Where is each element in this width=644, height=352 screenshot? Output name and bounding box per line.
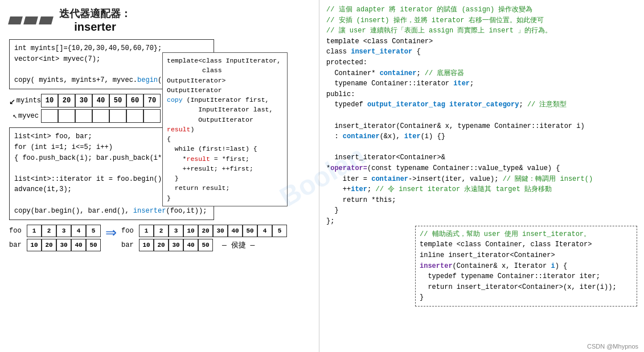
foo-before-1: 2 bbox=[42, 225, 56, 237]
rc-line6: public: bbox=[326, 89, 637, 100]
tp-line5: InputIterator last, bbox=[167, 105, 283, 114]
myvec-label: ↖ myvec bbox=[9, 111, 39, 121]
bottom-label: — 侯捷 — bbox=[222, 240, 255, 250]
foo-before-4: 5 bbox=[86, 225, 101, 237]
tp-line12: return result; bbox=[167, 183, 283, 193]
tp-line9: *result = *first; bbox=[167, 154, 283, 164]
bar-label-before: bar bbox=[9, 241, 25, 249]
bar-before-2: 30 bbox=[56, 239, 71, 251]
hb-line1: template <class Container, class Iterato… bbox=[420, 239, 633, 250]
foo-after-8: 4 bbox=[257, 225, 272, 237]
rc-comment2: // 安插 (insert) 操作，並將 iterator 右移一個位置。如此便… bbox=[326, 15, 637, 26]
rc-line9: insert_iterator(Container& x, typename C… bbox=[326, 121, 637, 132]
title-bar-2 bbox=[23, 16, 38, 24]
tp-line13: } bbox=[167, 193, 283, 203]
foo-after-4: 20 bbox=[198, 225, 213, 237]
right-panel: // 這個 adapter 將 iterator 的賦值 (assign) 操作… bbox=[319, 0, 644, 352]
bar-before-row: bar 10 20 30 40 50 bbox=[9, 239, 101, 251]
myvec-cell-2 bbox=[75, 109, 92, 123]
tp-line1: template<class InputIterator, bbox=[167, 56, 283, 65]
foo-after-row: foo 1 2 3 10 20 30 40 50 4 5 bbox=[121, 225, 287, 237]
foo-after-1: 2 bbox=[154, 225, 169, 237]
title-main: 迭代器適配器： bbox=[59, 7, 131, 20]
rc-line14: iter = container->insert(iter, value); /… bbox=[326, 174, 637, 185]
foo-after-6: 40 bbox=[228, 225, 243, 237]
rc-comment1: // 這個 adapter 將 iterator 的賦值 (assign) 操作… bbox=[326, 5, 637, 15]
rc-line13: *operator=(const typename Container::val… bbox=[326, 163, 637, 174]
tp-line7: { bbox=[167, 134, 283, 144]
myints-label: ↙ myints bbox=[9, 94, 39, 107]
bar-before-0: 10 bbox=[27, 239, 42, 251]
rc-line12: insert_iterator<Container>& bbox=[326, 152, 637, 163]
bar-label-after: bar bbox=[121, 241, 137, 249]
hb-line3: inserter(Container& x, Iterator i) { bbox=[420, 261, 633, 272]
right-code: // 這個 adapter 將 iterator 的賦值 (assign) 操作… bbox=[326, 5, 637, 226]
myvec-cell-4 bbox=[109, 109, 126, 123]
title-area: 迭代器適配器： inserter bbox=[9, 7, 313, 34]
foo-label-after: foo bbox=[121, 227, 137, 235]
tp-line8: while (first!=last) { bbox=[167, 144, 283, 154]
myints-cell-2: 30 bbox=[75, 94, 92, 107]
foo-before-row: foo 1 2 3 4 5 bbox=[9, 225, 101, 237]
rc-line3: protected: bbox=[326, 57, 637, 68]
foo-bar-before: foo 1 2 3 4 5 bar 10 20 30 40 50 ⇒ bbox=[9, 225, 313, 253]
foo-after-0: 1 bbox=[139, 225, 154, 237]
rc-comment3: // 讓 user 連續執行「表面上 assign 而實際上 insert 」的… bbox=[326, 26, 637, 36]
foo-before-0: 1 bbox=[27, 225, 42, 237]
title-bar-3 bbox=[39, 16, 54, 24]
rc-line2: class insert_iterator { bbox=[326, 47, 637, 57]
tp-line3: OutputIterator bbox=[167, 85, 283, 95]
transform-arrow: ⇒ bbox=[105, 225, 117, 241]
title-sub: inserter bbox=[59, 20, 131, 34]
myvec-cell-1 bbox=[58, 109, 75, 123]
tp-line6: OutputIterator result) bbox=[167, 115, 283, 135]
myvec-cell-5 bbox=[126, 109, 143, 123]
foo-before-2: 3 bbox=[56, 225, 71, 237]
bar-after-2: 30 bbox=[169, 239, 183, 251]
rc-line16: return *this; bbox=[326, 195, 637, 206]
tp-line4: copy (InputIterator first, bbox=[167, 95, 283, 105]
tp-line10: ++result; ++first; bbox=[167, 164, 283, 173]
rc-line8 bbox=[326, 110, 637, 121]
foo-after-5: 30 bbox=[213, 225, 228, 237]
foo-before-3: 4 bbox=[71, 225, 86, 237]
list-line-8: copy(bar.begin(), bar.end(), inserter(fo… bbox=[14, 206, 209, 217]
bar-after-row: bar 10 20 30 40 50 — 侯捷 — bbox=[121, 239, 287, 251]
rc-line18: }; bbox=[326, 216, 637, 227]
rc-line1: template <class Container> bbox=[326, 36, 637, 47]
foo-label-before: foo bbox=[9, 227, 25, 235]
left-panel: 迭代器適配器： inserter int myints[]={10,20,30,… bbox=[0, 0, 319, 352]
hb-line4: typedef typename Container::iterator ite… bbox=[420, 271, 633, 282]
bar-after-0: 10 bbox=[139, 239, 154, 251]
myints-cell-6: 70 bbox=[143, 94, 161, 107]
bar-before-1: 20 bbox=[42, 239, 56, 251]
rc-line4: Container* container; // 底層容器 bbox=[326, 68, 637, 79]
myvec-cell-3 bbox=[92, 109, 109, 123]
foo-after-9: 5 bbox=[272, 225, 287, 237]
myints-cell-3: 40 bbox=[92, 94, 109, 107]
csdn-credit: CSDN @Mhypnos bbox=[587, 343, 638, 350]
rc-line7: typedef output_iterator_tag iterator_cat… bbox=[326, 100, 637, 110]
rc-line11 bbox=[326, 142, 637, 153]
page-container: 迭代器適配器： inserter int myints[]={10,20,30,… bbox=[0, 0, 644, 352]
bar-before-3: 40 bbox=[71, 239, 86, 251]
foo-after-2: 3 bbox=[169, 225, 183, 237]
template-popup: template<class InputIterator, class Outp… bbox=[162, 52, 288, 206]
foo-after-3: 10 bbox=[183, 225, 198, 237]
tp-line2: class OutputIterator> bbox=[167, 65, 283, 85]
myvec-cell-0 bbox=[41, 109, 58, 123]
myints-cell-1: 20 bbox=[58, 94, 75, 107]
bar-after-4: 50 bbox=[198, 239, 213, 251]
hb-line2: inline insert_iterator<Container> bbox=[420, 250, 633, 261]
rc-line5: typename Container::iterator iter; bbox=[326, 78, 637, 89]
helper-box: // 輔助函式，幫助 user 使用 insert_iterator。 temp… bbox=[415, 226, 637, 307]
rc-line17: } bbox=[326, 205, 637, 216]
myvec-cell-6 bbox=[143, 109, 161, 123]
bar-after-1: 20 bbox=[154, 239, 169, 251]
rc-line10: : container(&x), iter(i) {} bbox=[326, 131, 637, 142]
rc-line15: ++iter; // 令 insert iterator 永遠隨其 target… bbox=[326, 184, 637, 195]
myints-cell-0: 10 bbox=[41, 94, 58, 107]
title-bars bbox=[9, 16, 52, 24]
hb-line6: } bbox=[420, 292, 633, 303]
myints-cell-5: 60 bbox=[126, 94, 143, 107]
